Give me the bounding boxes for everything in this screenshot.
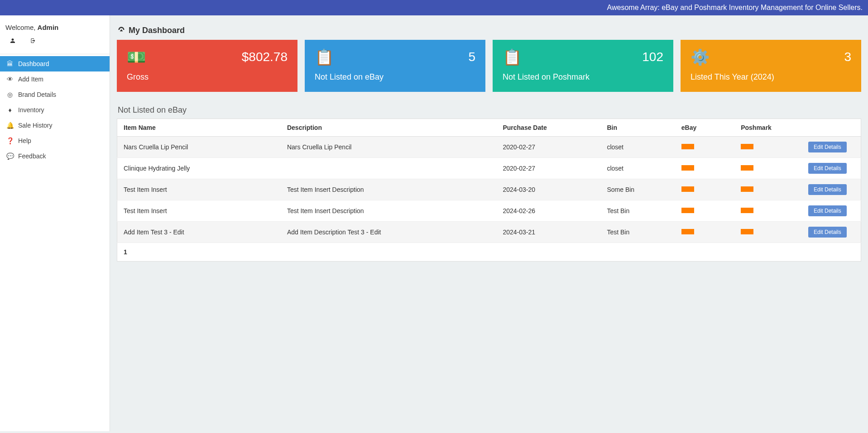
sidebar-item-label: Brand Details [18, 91, 56, 98]
page-title-text: My Dashboard [129, 26, 185, 35]
status-badge [681, 165, 694, 171]
cell-desc: Test Item Insert Description [281, 179, 496, 200]
status-badge [741, 208, 753, 213]
sidebar-item-label: Feedback [18, 152, 46, 160]
section-title: Not Listed on eBay [118, 105, 861, 115]
cell-ebay [675, 222, 734, 243]
sidebar-item-sale-history[interactable]: 🔔Sale History [0, 118, 110, 133]
status-badge [741, 144, 753, 149]
cell-ebay [675, 137, 734, 158]
feedback-icon: 💬 [6, 152, 14, 160]
stat-card-2[interactable]: 📋102Not Listed on Poshmark [493, 40, 673, 92]
sidebar-nav: 🏛Dashboard👁Add Item◎Brand Details♦Invent… [0, 56, 110, 164]
cell-posh [734, 137, 794, 158]
cell-desc: Add Item Description Test 3 - Edit [281, 222, 496, 243]
sidebar-item-label: Inventory [18, 106, 44, 114]
edit-details-button[interactable]: Edit Details [808, 142, 847, 152]
sidebar-item-dashboard[interactable]: 🏛Dashboard [0, 56, 110, 71]
sale-history-icon: 🔔 [6, 122, 14, 129]
cell-edit: Edit Details [794, 222, 861, 243]
cell-posh [734, 158, 794, 179]
cell-desc: Test Item Insert Description [281, 200, 496, 222]
th-date[interactable]: Purchase Date [496, 119, 600, 137]
card-icon: 📋 [503, 48, 522, 66]
card-label: Not Listed on eBay [315, 72, 475, 82]
inventory-icon: ♦ [6, 106, 14, 114]
table-row: Add Item Test 3 - EditAdd Item Descripti… [117, 222, 861, 243]
cell-item: Test Item Insert [117, 200, 281, 222]
cell-desc [281, 158, 496, 179]
sidebar-divider [0, 54, 110, 54]
status-badge [741, 229, 753, 234]
topbar: Awesome Array: eBay and Poshmark Invento… [0, 0, 868, 15]
cell-bin: closet [600, 158, 675, 179]
cell-date: 2020-02-27 [496, 137, 600, 158]
edit-details-button[interactable]: Edit Details [808, 227, 847, 238]
table-row: Nars Cruella Lip PencilNars Cruella Lip … [117, 137, 861, 158]
pagination: 1 [117, 243, 861, 262]
stat-card-1[interactable]: 📋5Not Listed on eBay [305, 40, 485, 92]
sidebar-item-help[interactable]: ❓Help [0, 133, 110, 148]
th-item[interactable]: Item Name [117, 119, 281, 137]
welcome-user: Admin [38, 24, 59, 31]
card-icon: 💵 [127, 48, 146, 66]
edit-details-button[interactable]: Edit Details [808, 184, 847, 195]
status-badge [681, 229, 694, 234]
table-header-row: Item Name Description Purchase Date Bin … [117, 119, 861, 137]
card-label: Gross [127, 72, 288, 82]
user-icon[interactable] [10, 38, 15, 45]
th-edit [794, 119, 861, 137]
table-row: Test Item InsertTest Item Insert Descrip… [117, 200, 861, 222]
sidebar-item-label: Help [18, 137, 31, 144]
th-ebay[interactable]: eBay [675, 119, 734, 137]
cell-posh [734, 200, 794, 222]
card-value: $802.78 [242, 50, 288, 64]
sidebar: Welcome, Admin 🏛Dashboard👁Add Item◎Brand… [0, 15, 110, 431]
cell-posh [734, 222, 794, 243]
brand-details-icon: ◎ [6, 91, 14, 98]
sidebar-item-label: Dashboard [18, 60, 49, 67]
th-desc[interactable]: Description [281, 119, 496, 137]
cell-date: 2024-03-20 [496, 179, 600, 200]
topbar-text: Awesome Array: eBay and Poshmark Invento… [607, 4, 863, 11]
status-badge [741, 165, 753, 171]
table-row: Test Item InsertTest Item Insert Descrip… [117, 179, 861, 200]
status-badge [681, 144, 694, 149]
sidebar-item-feedback[interactable]: 💬Feedback [0, 148, 110, 164]
add-item-icon: 👁 [6, 76, 14, 83]
cell-item: Clinique Hydrating Jelly [117, 158, 281, 179]
page-title: My Dashboard [118, 26, 861, 35]
card-icon: ⚙️ [691, 48, 710, 66]
page-number[interactable]: 1 [124, 248, 127, 256]
dashboard-icon: 🏛 [6, 60, 14, 67]
card-value: 5 [468, 50, 475, 64]
status-badge [681, 208, 694, 213]
table-row: Clinique Hydrating Jelly2020-02-27closet… [117, 158, 861, 179]
cell-ebay [675, 200, 734, 222]
status-badge [681, 186, 694, 192]
status-badge [741, 186, 753, 192]
sidebar-item-label: Sale History [18, 122, 52, 129]
sidebar-item-add-item[interactable]: 👁Add Item [0, 71, 110, 87]
edit-details-button[interactable]: Edit Details [808, 163, 847, 174]
stat-card-0[interactable]: 💵$802.78Gross [117, 40, 297, 92]
cell-ebay [675, 179, 734, 200]
stats-cards: 💵$802.78Gross📋5Not Listed on eBay📋102Not… [117, 40, 861, 92]
cell-posh [734, 179, 794, 200]
cell-edit: Edit Details [794, 200, 861, 222]
card-value: 102 [642, 50, 663, 64]
edit-details-button[interactable]: Edit Details [808, 205, 847, 216]
logout-icon[interactable] [30, 38, 36, 45]
th-bin[interactable]: Bin [600, 119, 675, 137]
card-label: Not Listed on Poshmark [503, 72, 663, 82]
help-icon: ❓ [6, 137, 14, 144]
cell-item: Nars Cruella Lip Pencil [117, 137, 281, 158]
sidebar-item-inventory[interactable]: ♦Inventory [0, 102, 110, 118]
cell-edit: Edit Details [794, 179, 861, 200]
items-table: Item Name Description Purchase Date Bin … [117, 119, 861, 243]
user-actions [0, 35, 110, 51]
th-posh[interactable]: Poshmark [734, 119, 794, 137]
sidebar-item-brand-details[interactable]: ◎Brand Details [0, 87, 110, 102]
stat-card-3[interactable]: ⚙️3Listed This Year (2024) [681, 40, 861, 92]
cell-item: Test Item Insert [117, 179, 281, 200]
